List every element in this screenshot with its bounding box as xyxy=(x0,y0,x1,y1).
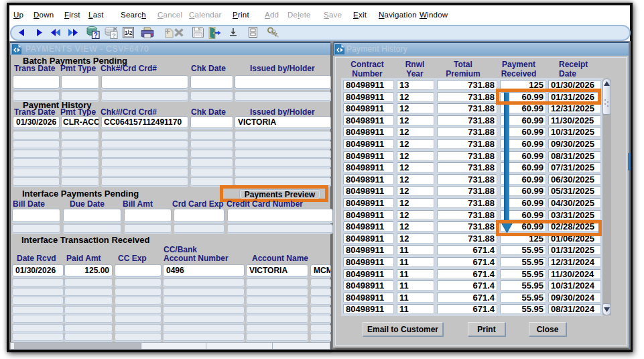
svg-text:?: ? xyxy=(94,32,98,39)
svg-text:?: ? xyxy=(112,32,116,39)
svg-text:2: 2 xyxy=(129,30,133,36)
svg-text:1: 1 xyxy=(125,30,128,36)
